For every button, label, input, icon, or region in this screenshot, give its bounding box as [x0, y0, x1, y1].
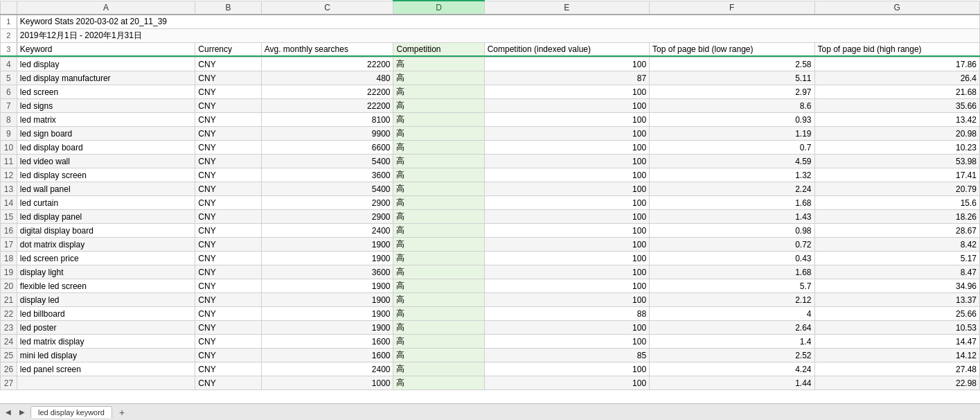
cell-comp-idx: 88: [484, 307, 649, 321]
cell-keyword[interactable]: led sign board: [17, 127, 195, 141]
cell-keyword[interactable]: [17, 376, 195, 390]
col-header-g[interactable]: G: [814, 1, 980, 15]
cell-keyword[interactable]: led wall panel: [17, 182, 195, 196]
cell-comp-idx: 100: [484, 238, 649, 252]
cell-currency: CNY: [195, 141, 261, 155]
cell-top-high: 27.48: [814, 362, 980, 376]
cell-keyword[interactable]: led panel screen: [17, 362, 195, 376]
cell-keyword[interactable]: display led: [17, 293, 195, 307]
row-num-12: 12: [1, 168, 17, 182]
cell-top-high: 8.47: [814, 265, 980, 279]
cell-competition: 高: [393, 279, 484, 293]
title-cell[interactable]: Keyword Stats 2020-03-02 at 20_11_39: [17, 15, 979, 28]
col-header-f[interactable]: F: [650, 1, 814, 15]
row-num-10: 10: [1, 141, 17, 155]
cell-currency: CNY: [195, 196, 261, 210]
cell-top-high: 15.6: [814, 196, 980, 210]
cell-competition: 高: [393, 335, 484, 349]
cell-top-high: 20.98: [814, 127, 980, 141]
table-row: 18 led screen price CNY 1900 高 100 0.43 …: [1, 252, 980, 265]
cell-currency: CNY: [195, 265, 261, 279]
table-row: 5 led display manufacturer CNY 480 高 87 …: [1, 71, 980, 85]
cell-top-high: 17.86: [814, 58, 980, 71]
cell-top-high: 25.66: [814, 307, 980, 321]
cell-currency: CNY: [195, 210, 261, 224]
cell-keyword[interactable]: led display board: [17, 141, 195, 155]
cell-comp-idx: 100: [484, 224, 649, 238]
cell-top-high: 10.23: [814, 141, 980, 155]
cell-avg: 2400: [261, 362, 393, 376]
cell-keyword[interactable]: led screen price: [17, 252, 195, 265]
cell-competition: 高: [393, 71, 484, 85]
cell-keyword[interactable]: dot matrix display: [17, 238, 195, 252]
cell-avg: 1900: [261, 293, 393, 307]
cell-avg: 480: [261, 71, 393, 85]
add-sheet-button[interactable]: +: [115, 405, 129, 419]
cell-keyword[interactable]: led matrix: [17, 113, 195, 127]
header-row: 3 Keyword Currency Avg. monthly searches…: [1, 42, 980, 56]
cell-keyword[interactable]: led billboard: [17, 307, 195, 321]
cell-top-low: 2.58: [650, 58, 814, 71]
tab-nav-next[interactable]: ▶: [17, 407, 28, 418]
cell-competition: 高: [393, 265, 484, 279]
cell-keyword[interactable]: mini led display: [17, 349, 195, 362]
col-header-e[interactable]: E: [484, 1, 649, 15]
cell-keyword[interactable]: display light: [17, 265, 195, 279]
cell-comp-idx: 100: [484, 335, 649, 349]
cell-top-low: 5.7: [650, 279, 814, 293]
cell-keyword[interactable]: led video wall: [17, 155, 195, 168]
cell-currency: CNY: [195, 238, 261, 252]
cell-competition: 高: [393, 196, 484, 210]
cell-currency: CNY: [195, 113, 261, 127]
cell-top-low: 1.44: [650, 376, 814, 390]
cell-top-high: 35.66: [814, 99, 980, 113]
row-num-11: 11: [1, 155, 17, 168]
col-header-a[interactable]: A: [17, 1, 195, 15]
table-row: 22 led billboard CNY 1900 高 88 4 25.66: [1, 307, 980, 321]
col-header-b[interactable]: B: [195, 1, 261, 15]
header-competition: Competition: [393, 42, 484, 56]
cell-keyword[interactable]: led curtain: [17, 196, 195, 210]
cell-top-low: 2.24: [650, 182, 814, 196]
cell-comp-idx: 100: [484, 196, 649, 210]
row-num-16: 16: [1, 224, 17, 238]
cell-keyword[interactable]: led display panel: [17, 210, 195, 224]
cell-top-low: 4.24: [650, 362, 814, 376]
cell-keyword[interactable]: led display manufacturer: [17, 71, 195, 85]
cell-comp-idx: 100: [484, 210, 649, 224]
col-header-d[interactable]: D: [393, 1, 484, 15]
cell-top-low: 1.43: [650, 210, 814, 224]
cell-keyword[interactable]: led matrix display: [17, 335, 195, 349]
cell-top-high: 13.37: [814, 293, 980, 307]
cell-currency: CNY: [195, 224, 261, 238]
cell-keyword[interactable]: digital display board: [17, 224, 195, 238]
cell-competition: 高: [393, 85, 484, 99]
table-row: 24 led matrix display CNY 1600 高 100 1.4…: [1, 335, 980, 349]
cell-top-high: 5.17: [814, 252, 980, 265]
cell-keyword[interactable]: led display: [17, 58, 195, 71]
cell-keyword[interactable]: led screen: [17, 85, 195, 99]
cell-keyword[interactable]: led display screen: [17, 168, 195, 182]
sheet-tab-led-display[interactable]: led display keyword: [30, 406, 112, 418]
date-row: 2 2019年12月1日 - 2020年1月31日: [1, 28, 980, 42]
cell-currency: CNY: [195, 293, 261, 307]
cell-top-high: 26.4: [814, 71, 980, 85]
col-header-c[interactable]: C: [261, 1, 393, 15]
cell-keyword[interactable]: led poster: [17, 321, 195, 335]
cell-keyword[interactable]: led signs: [17, 99, 195, 113]
cell-top-high: 28.67: [814, 224, 980, 238]
row-num-2: 2: [1, 28, 17, 42]
cell-currency: CNY: [195, 252, 261, 265]
cell-keyword[interactable]: flexible led screen: [17, 279, 195, 293]
cell-top-low: 1.4: [650, 335, 814, 349]
tab-nav-prev[interactable]: ◀: [3, 407, 14, 418]
date-range-cell[interactable]: 2019年12月1日 - 2020年1月31日: [17, 28, 979, 42]
cell-avg: 2900: [261, 196, 393, 210]
cell-avg: 2900: [261, 210, 393, 224]
cell-top-low: 1.68: [650, 196, 814, 210]
header-avg: Avg. monthly searches: [261, 42, 393, 56]
cell-comp-idx: 100: [484, 141, 649, 155]
header-top-low: Top of page bid (low range): [650, 42, 814, 56]
table-row: 19 display light CNY 3600 高 100 1.68 8.4…: [1, 265, 980, 279]
cell-avg: 5400: [261, 182, 393, 196]
